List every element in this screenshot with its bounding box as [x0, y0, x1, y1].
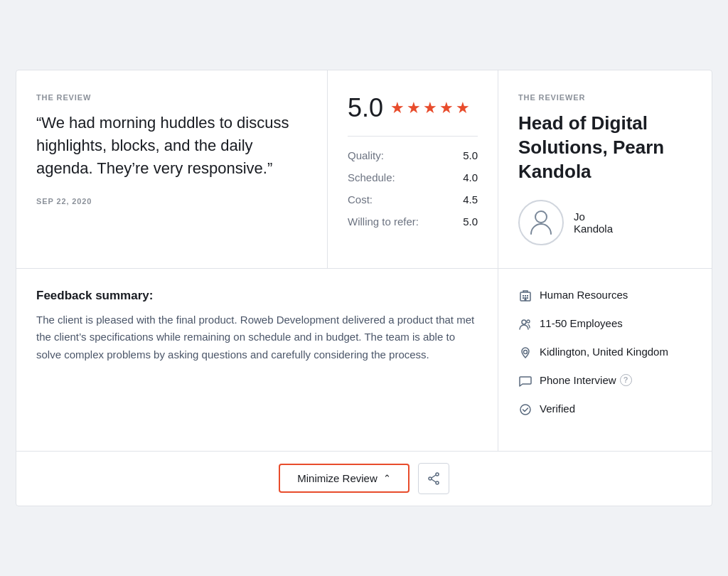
schedule-value: 4.0	[463, 171, 478, 183]
star-3: ★	[423, 99, 437, 117]
svg-point-9	[527, 320, 530, 323]
quality-row: Quality: 5.0	[348, 149, 478, 161]
card-top: THE REVIEW “We had morning huddles to di…	[16, 70, 712, 268]
svg-point-10	[524, 350, 528, 353]
check-icon	[518, 403, 532, 420]
interview-sub: Phone Interview ?	[540, 374, 632, 386]
building-icon	[518, 289, 532, 306]
svg-line-16	[432, 479, 436, 482]
svg-rect-7	[525, 297, 527, 301]
svg-point-8	[522, 320, 526, 324]
reviewer-info: JoKandola	[518, 200, 692, 245]
svg-line-15	[432, 475, 436, 478]
location-icon	[518, 346, 532, 363]
svg-point-11	[520, 405, 530, 415]
rating-area: 5.0 ★ ★ ★ ★ ★ Quality: 5.0 Schedule: 4.0…	[328, 70, 498, 267]
overall-rating: 5.0 ★ ★ ★ ★ ★	[348, 93, 478, 137]
refer-row: Willing to refer: 5.0	[348, 215, 478, 228]
svg-rect-4	[527, 295, 528, 297]
location-text: Kidlington, United Kingdom	[540, 346, 668, 358]
chat-icon	[518, 375, 532, 391]
employees-row: 11-50 Employees	[518, 317, 692, 334]
verified-text: Verified	[540, 402, 575, 415]
minimize-btn-label: Minimize Review	[297, 472, 378, 484]
cost-label: Cost:	[348, 193, 373, 206]
industry-row: Human Resources	[518, 289, 692, 306]
employees-text: 11-50 Employees	[540, 317, 623, 329]
svg-point-14	[436, 481, 439, 484]
svg-point-13	[429, 477, 432, 480]
refer-value: 5.0	[463, 215, 478, 228]
chevron-up-icon: ⌃	[383, 473, 391, 484]
star-rating: ★ ★ ★ ★ ★	[390, 99, 470, 117]
review-date: SEP 22, 2020	[36, 197, 307, 206]
share-button[interactable]	[418, 463, 449, 494]
question-icon: ?	[620, 374, 632, 386]
users-icon	[518, 318, 532, 334]
quality-value: 5.0	[463, 149, 478, 161]
quality-label: Quality:	[348, 149, 384, 161]
svg-rect-2	[523, 295, 524, 297]
svg-rect-5	[523, 297, 524, 299]
feedback-text: The client is pleased with the final pro…	[36, 311, 478, 364]
reviewer-panel: THE REVIEWER Head of Digital Solutions, …	[498, 70, 712, 267]
svg-point-0	[535, 211, 547, 223]
feedback-panel: Feedback summary: The client is pleased …	[16, 269, 498, 451]
location-row: Kidlington, United Kingdom	[518, 346, 692, 363]
svg-point-12	[436, 473, 439, 476]
card-bottom: Feedback summary: The client is pleased …	[16, 269, 712, 451]
reviewer-title: Head of Digital Solutions, Pearn Kandola	[518, 112, 692, 183]
schedule-row: Schedule: 4.0	[348, 171, 478, 183]
svg-rect-3	[525, 295, 526, 297]
svg-rect-6	[527, 297, 528, 299]
star-5: ★	[456, 99, 470, 117]
card-footer: Minimize Review ⌃	[16, 451, 712, 506]
cost-value: 4.5	[463, 193, 478, 206]
schedule-label: Schedule:	[348, 171, 395, 183]
minimize-review-button[interactable]: Minimize Review ⌃	[279, 464, 410, 493]
interview-text: Phone Interview	[540, 374, 616, 386]
review-section-label: THE REVIEW	[36, 93, 307, 102]
review-panel: THE REVIEW “We had morning huddles to di…	[16, 70, 328, 267]
review-card: THE REVIEW “We had morning huddles to di…	[16, 70, 712, 506]
overall-rating-number: 5.0	[348, 93, 383, 123]
industry-text: Human Resources	[540, 289, 628, 301]
reviewer-section-label: THE REVIEWER	[518, 93, 692, 102]
share-icon	[427, 472, 440, 485]
refer-label: Willing to refer:	[348, 215, 419, 228]
interview-row: Phone Interview ?	[518, 374, 692, 391]
verified-row: Verified	[518, 402, 692, 420]
reviewer-name: JoKandola	[574, 210, 613, 235]
star-1: ★	[390, 99, 405, 117]
avatar	[518, 200, 564, 245]
cost-row: Cost: 4.5	[348, 193, 478, 206]
details-panel: Human Resources 11-50 Employees	[498, 269, 712, 451]
review-text: “We had morning huddles to discuss highl…	[36, 112, 307, 180]
feedback-title: Feedback summary:	[36, 289, 478, 303]
star-4: ★	[439, 99, 454, 117]
person-icon	[530, 210, 552, 235]
star-2: ★	[407, 99, 421, 117]
